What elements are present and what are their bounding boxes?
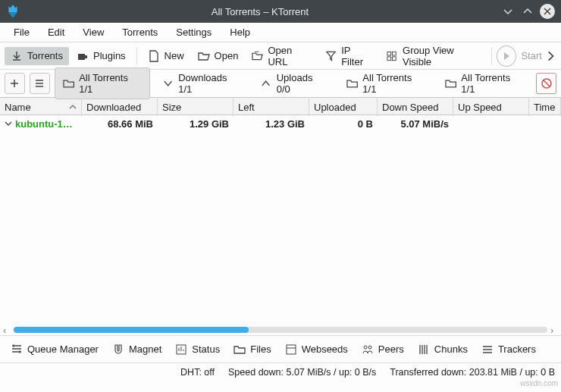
menu-view[interactable]: View — [74, 24, 113, 41]
queue-icon — [11, 343, 23, 356]
cell-size: 1.29 GiB — [158, 115, 233, 132]
filter-icon — [325, 50, 337, 62]
cell-left: 1.23 GiB — [233, 115, 309, 132]
tab-uploads-label: Uploads 0/0 — [277, 72, 327, 95]
col-left[interactable]: Left — [233, 98, 309, 116]
chevron-down-icon — [162, 77, 174, 89]
list-button[interactable] — [30, 73, 50, 94]
expand-icon[interactable] — [5, 120, 12, 127]
svg-rect-1 — [85, 55, 87, 58]
separator — [136, 48, 137, 64]
cell-up-speed — [453, 115, 529, 132]
close-button[interactable] — [540, 4, 555, 19]
scroll-track[interactable] — [14, 327, 547, 333]
toolbar-start[interactable] — [497, 45, 517, 67]
group-view-icon — [387, 50, 398, 62]
main-toolbar: Torrents Plugins New Open Open URL IP Fi… — [0, 42, 561, 70]
menu-torrents[interactable]: Torrents — [113, 24, 167, 41]
svg-point-10 — [368, 346, 371, 349]
titlebar: All Torrents – KTorrent — [0, 0, 561, 23]
folder-open-icon — [198, 50, 210, 62]
menubar: File Edit View Torrents Settings Help — [0, 23, 561, 42]
col-time[interactable]: Time — [529, 98, 561, 116]
tab-uploads[interactable]: Uploads 0/0 — [252, 68, 334, 99]
tab-all-torrents-2[interactable]: All Torrents 1/1 — [339, 68, 433, 99]
minimize-button[interactable] — [500, 4, 516, 19]
menu-settings[interactable]: Settings — [167, 24, 221, 41]
bottom-status[interactable]: Status — [169, 340, 226, 359]
chevron-right-icon[interactable] — [545, 50, 556, 62]
table-body: kubuntu-1… 68.66 MiB 1.29 GiB 1.23 GiB 0… — [0, 115, 561, 325]
toolbar-start-label: Start — [521, 50, 541, 61]
svg-rect-0 — [78, 54, 85, 60]
toolbar-new[interactable]: New — [142, 47, 190, 65]
stop-button[interactable] — [536, 73, 556, 94]
tab-all-torrents-3[interactable]: All Torrents 1/1 — [437, 68, 531, 99]
toolbar-open-label: Open — [215, 50, 239, 61]
toolbar-open[interactable]: Open — [192, 47, 245, 65]
menu-edit[interactable]: Edit — [39, 24, 74, 41]
status-speed: Speed down: 5.07 MiB/s / up: 0 B/s — [228, 367, 376, 378]
chevron-up-icon — [260, 77, 271, 89]
status-transferred: Transferred down: 203.81 MiB / up: 0 B — [390, 367, 555, 378]
svg-point-9 — [364, 346, 367, 349]
bottom-trackers[interactable]: Trackers — [475, 340, 542, 359]
tab-all-torrents[interactable]: All Torrents 1/1 — [55, 67, 150, 99]
bottom-queue[interactable]: Queue Manager — [5, 340, 105, 359]
cell-uploaded: 0 B — [309, 115, 378, 132]
col-uploaded[interactable]: Uploaded — [309, 98, 378, 116]
bottom-chunks[interactable]: Chunks — [412, 340, 474, 359]
bottom-webseeds[interactable]: Webseeds — [279, 340, 354, 359]
trackers-icon — [481, 343, 494, 356]
menu-help[interactable]: Help — [221, 24, 259, 41]
cell-name: kubuntu-1… — [0, 115, 82, 132]
scroll-right-icon[interactable]: › — [550, 325, 558, 336]
separator — [491, 48, 492, 64]
toolbar-torrents[interactable]: Torrents — [5, 47, 69, 65]
scroll-thumb[interactable] — [14, 327, 249, 333]
svg-rect-5 — [392, 56, 396, 60]
toolbar-ip-filter-label: IP Filter — [341, 45, 373, 67]
app-icon — [6, 5, 20, 18]
col-up-speed[interactable]: Up Speed — [453, 98, 529, 116]
svg-rect-3 — [392, 52, 396, 55]
cell-down-speed: 5.07 MiB/s — [378, 115, 453, 132]
col-name[interactable]: Name — [0, 98, 82, 116]
toolbar-plugins[interactable]: Plugins — [71, 47, 132, 65]
magnet-icon — [112, 343, 124, 356]
watermark: wsxdn.com — [520, 379, 558, 387]
toolbar-ip-filter[interactable]: IP Filter — [319, 42, 379, 71]
toolbar-open-url-label: Open URL — [268, 45, 312, 67]
folder-url-icon — [252, 50, 263, 62]
bottom-magnet[interactable]: Magnet — [106, 340, 168, 359]
peers-icon — [362, 343, 374, 356]
tab-all3-label: All Torrents 1/1 — [461, 72, 524, 95]
new-file-icon — [148, 50, 160, 62]
menu-file[interactable]: File — [5, 24, 39, 41]
cell-downloaded: 68.66 MiB — [82, 115, 158, 132]
maximize-button[interactable] — [520, 4, 535, 19]
horizontal-scrollbar[interactable]: ‹ › — [0, 325, 561, 335]
bottom-files[interactable]: Files — [227, 340, 277, 359]
plugin-icon — [77, 50, 89, 62]
bottom-peers[interactable]: Peers — [356, 340, 410, 359]
table-header: Name Downloaded Size Left Uploaded Down … — [0, 97, 561, 115]
table-row[interactable]: kubuntu-1… 68.66 MiB 1.29 GiB 1.23 GiB 0… — [0, 115, 561, 132]
tab-all2-label: All Torrents 1/1 — [362, 72, 425, 95]
col-down-speed[interactable]: Down Speed — [378, 98, 453, 116]
toolbar-new-label: New — [165, 50, 184, 61]
svg-rect-2 — [387, 52, 391, 55]
add-tab-button[interactable] — [5, 73, 25, 94]
scroll-left-icon[interactable]: ‹ — [3, 325, 11, 336]
col-downloaded[interactable]: Downloaded — [82, 98, 158, 116]
tab-downloads[interactable]: Downloads 1/1 — [155, 68, 249, 99]
toolbar-open-url[interactable]: Open URL — [246, 42, 318, 71]
tab-all-label: All Torrents 1/1 — [79, 72, 142, 95]
download-icon — [11, 50, 23, 62]
toolbar-plugins-label: Plugins — [93, 50, 126, 61]
folder-icon — [63, 77, 74, 89]
chunks-icon — [418, 343, 430, 356]
col-size[interactable]: Size — [158, 98, 233, 116]
status-bar: DHT: off Speed down: 5.07 MiB/s / up: 0 … — [0, 362, 561, 381]
toolbar-group-view[interactable]: Group View Visible — [381, 42, 487, 71]
